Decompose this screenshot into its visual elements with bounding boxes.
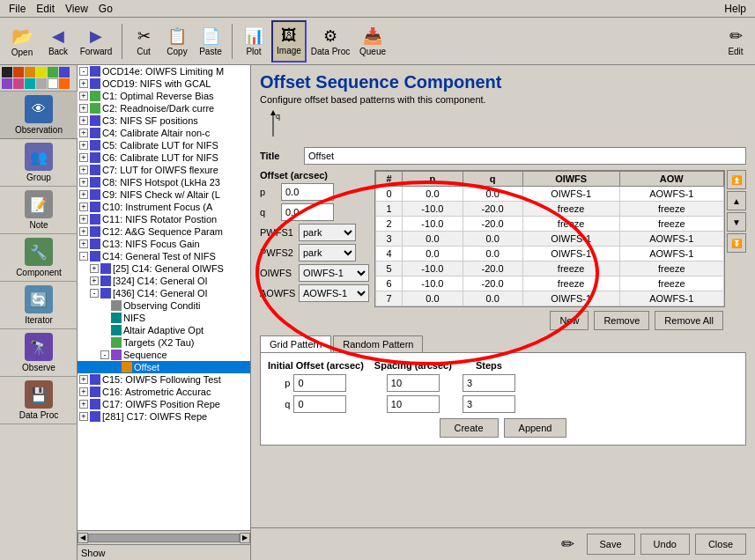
tree-item[interactable]: +C7: LUT for OIWFS flexure [78,164,250,176]
color-swatch-white[interactable] [48,78,58,89]
menu-file[interactable]: File [4,1,31,17]
tree-item[interactable]: +[324] C14: General OI [78,275,250,287]
plot-button[interactable]: 📊 Plot [238,20,270,63]
tree-item[interactable]: +C13: NIFS Focus Gain [78,238,250,250]
edit-button[interactable]: ✏ Edit [720,20,751,63]
scroll-down-button[interactable]: ▼ [727,212,746,232]
steps-p-input[interactable] [463,374,515,392]
open-button[interactable]: 📂 Open [4,20,41,63]
table-row[interactable]: 30.00.0OIWFS-1AOWFS-1 [376,232,724,247]
oiwfs-select[interactable]: OIWFS-1 freeze [299,264,369,282]
tree-item[interactable]: +C1: Optimal Reverse Bias [78,90,250,102]
aowfs-select[interactable]: AOWFS-1 freeze [299,284,369,302]
spacing-q-input[interactable] [387,395,440,413]
tree-item[interactable]: -[436] C14: General OI [78,287,250,299]
tree-item[interactable]: +C16: Astrometric Accurac [78,386,250,398]
table-row[interactable]: 70.00.0OIWFS-1AOWFS-1 [376,291,724,306]
q-input[interactable] [281,203,334,221]
table-row[interactable]: 2-10.0-20.0freezefreeze [376,217,724,232]
title-input[interactable] [304,147,746,165]
tree-item[interactable]: +C15: OIWFS Following Test [78,373,250,386]
tree-item[interactable]: +C12: A&G Sequence Param [78,225,250,238]
menu-go[interactable]: Go [93,1,118,17]
pwfs1-select[interactable]: park freeze [299,224,356,241]
tree-item[interactable]: -Sequence [78,349,250,361]
tree-item[interactable]: +OCD19: NIFS with GCAL [78,77,250,90]
close-button[interactable]: Close [695,534,746,555]
color-swatch-red[interactable] [13,67,24,77]
sidebar-item-observe[interactable]: 🔭 Observe [0,329,78,377]
back-button[interactable]: ◀ Back [42,20,74,63]
color-swatch-black[interactable] [2,67,12,77]
color-swatch-orange2[interactable] [59,78,70,89]
paste-button[interactable]: 📄 Paste [195,20,226,63]
tree-item[interactable]: +C4: Calibrate Altair non-c [78,127,250,139]
create-button[interactable]: Create [440,418,499,438]
color-swatch-orange[interactable] [25,67,35,77]
table-row[interactable]: 1-10.0-20.0freezefreeze [376,202,724,217]
color-swatch-purple[interactable] [2,78,12,89]
sidebar-item-component[interactable]: 🔧 Component [0,234,78,282]
remove-button[interactable]: Remove [594,311,649,330]
forward-button[interactable]: ▶ Forward [76,20,116,63]
new-button[interactable]: New [550,311,588,330]
initial-q-input[interactable] [293,395,346,413]
tree-item[interactable]: +C10: Instrument Focus (A [78,201,250,213]
color-swatch-teal[interactable] [25,78,35,89]
tree-item[interactable]: +C8: NIFS Hotspot (LkHa 23 [78,176,250,188]
append-button[interactable]: Append [504,418,567,438]
tree-item[interactable]: Altair Adaptive Opt [78,324,250,336]
scroll-up-button[interactable]: ▲ [727,191,746,210]
copy-button[interactable]: 📋 Copy [161,20,193,63]
dataproc-button[interactable]: ⚙ Data Proc [308,20,352,63]
tree-scrollbar-h[interactable]: ◀ ▶ [78,530,250,544]
color-swatch-yellow[interactable] [36,67,47,77]
scroll-right[interactable]: ▶ [240,533,250,543]
table-row[interactable]: 5-10.0-20.0freezefreeze [376,262,724,276]
tree-item[interactable]: -OCD14e: OIWFS Limiting M [78,65,250,77]
tree-item[interactable]: Observing Conditi [78,299,250,312]
steps-q-input[interactable] [463,395,515,413]
initial-p-input[interactable] [293,374,346,392]
tab-random-pattern[interactable]: Random Pattern [333,335,423,352]
sidebar-item-observation[interactable]: 👁 Observation [0,92,78,139]
tree-item[interactable]: +C2: Readnoise/Dark curre [78,102,250,114]
scroll-bottom-button[interactable]: ⏬ [727,233,746,253]
pwfs2-select[interactable]: park freeze [299,244,356,262]
tree-item[interactable]: +C11: NIFS Rotator Postion [78,213,250,225]
tree-item[interactable]: +C17: OIWFS Position Repe [78,398,250,410]
tree-item[interactable]: Offset [78,361,250,373]
color-swatch-pink[interactable] [13,78,24,89]
menu-edit[interactable]: Edit [31,1,60,17]
tab-grid-pattern[interactable]: Grid Pattern [260,335,331,352]
tree-item[interactable]: +C5: Calibrate LUT for NIFS [78,139,250,151]
undo-button[interactable]: Undo [640,534,690,555]
spacing-p-input[interactable] [387,374,440,392]
cut-button[interactable]: ✂ Cut [128,20,159,63]
color-swatch-green[interactable] [48,67,58,77]
color-swatch-blue[interactable] [59,67,70,77]
sidebar-item-iterator[interactable]: 🔄 Iterator [0,282,78,329]
tree-item[interactable]: NIFS [78,312,250,324]
image-button[interactable]: 🖼 Image [271,20,307,63]
table-row[interactable]: 00.00.0OIWFS-1AOWFS-1 [376,187,724,202]
tree-item[interactable]: +C3: NIFS SF positions [78,114,250,127]
sidebar-item-dataproc[interactable]: 💾 Data Proc [0,377,78,424]
tree-item[interactable]: -C14: General Test of NIFS [78,250,250,262]
sidebar-item-group[interactable]: 👥 Group [0,139,78,187]
tree-item[interactable]: +[281] C17: OIWFS Repe [78,410,250,423]
scroll-left[interactable]: ◀ [78,533,88,543]
scroll-top-button[interactable]: ⏫ [727,170,746,189]
table-row[interactable]: 6-10.0-20.0freezefreeze [376,276,724,291]
menu-view[interactable]: View [60,1,93,17]
queue-button[interactable]: 📥 Queue [354,20,391,63]
tree-item[interactable]: Targets (X2 Tau) [78,336,250,349]
table-row[interactable]: 40.00.0OIWFS-1AOWFS-1 [376,247,724,262]
tree-item[interactable]: +[25] C14: General OIWFS [78,262,250,275]
menu-help[interactable]: Help [719,1,751,17]
color-swatch-gray[interactable] [36,78,47,89]
remove-all-button[interactable]: Remove All [655,311,723,330]
p-input[interactable] [281,183,334,201]
save-button[interactable]: Save [587,534,635,555]
tree-item[interactable]: +C9: NIFS Check w/ Altair (L [78,188,250,201]
